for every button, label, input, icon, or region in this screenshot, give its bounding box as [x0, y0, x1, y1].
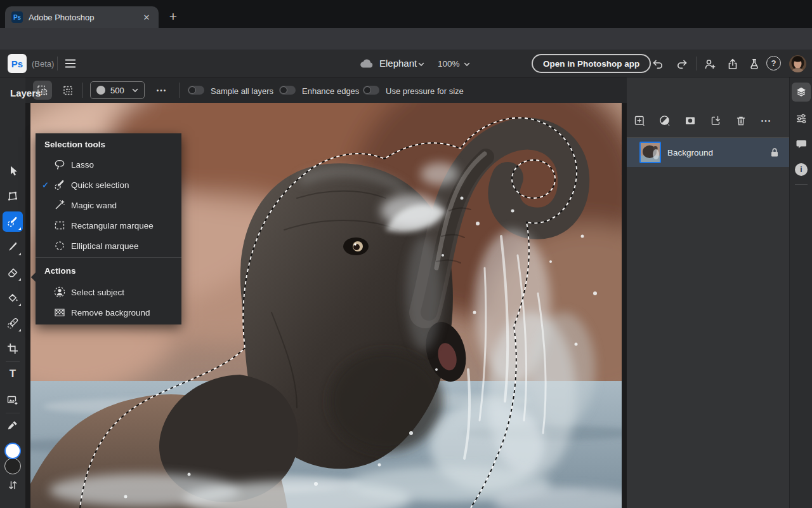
- invite-people-icon[interactable]: [702, 56, 718, 72]
- layer-mask-icon[interactable]: [681, 112, 699, 130]
- zoom-level[interactable]: 100%: [438, 59, 460, 69]
- flyout-action-remove-background[interactable]: Remove background: [36, 302, 181, 323]
- tab-close-icon[interactable]: ✕: [141, 11, 152, 23]
- divider: [57, 57, 58, 70]
- options-bar: 500 ••• Sample all layers Enhance edges …: [25, 77, 627, 103]
- photoshop-logo: Ps: [8, 54, 27, 73]
- layers-rail-icon[interactable]: [792, 83, 811, 102]
- lock-icon[interactable]: [770, 147, 779, 157]
- layer-row-background[interactable]: Background: [627, 138, 789, 167]
- layer-name: Background: [667, 148, 770, 157]
- divider: [795, 184, 808, 185]
- fill-tool[interactable]: [3, 288, 23, 308]
- help-icon[interactable]: ?: [766, 56, 781, 70]
- flyout-item-elliptical-marquee[interactable]: Elliptical marquee: [36, 236, 181, 256]
- transform-tool[interactable]: [3, 186, 23, 206]
- eyedropper-tool[interactable]: [3, 415, 23, 436]
- new-tab-button[interactable]: +: [164, 7, 183, 26]
- browser-tab[interactable]: Ps Adobe Photoshop ✕: [5, 6, 159, 28]
- screen: Ps Adobe Photoshop ✕ + https://photoshop…: [0, 0, 812, 508]
- quick-selection-icon: [53, 178, 66, 191]
- spot-healing-tool[interactable]: [3, 313, 23, 333]
- flyout-indicator: [18, 253, 21, 255]
- remove-background-icon: [53, 306, 66, 319]
- brush-tool[interactable]: [3, 237, 23, 257]
- tab-title: Adobe Photoshop: [29, 13, 135, 22]
- toggle-knob: [188, 86, 196, 94]
- import-layer-icon[interactable]: [707, 112, 724, 130]
- chevron-down-icon: [132, 88, 138, 93]
- foreground-color-swatch[interactable]: [4, 443, 21, 459]
- actions-title: Actions: [44, 266, 76, 276]
- brush-size-control[interactable]: 500: [90, 81, 145, 99]
- move-tool[interactable]: [3, 161, 23, 181]
- info-rail-icon[interactable]: i: [792, 160, 811, 179]
- toggle-knob: [280, 86, 287, 94]
- share-icon[interactable]: [724, 56, 741, 72]
- document-name[interactable]: Elephant: [379, 58, 417, 69]
- brush-size-value: 500: [110, 86, 127, 95]
- chevron-down-icon[interactable]: [463, 62, 471, 67]
- selection-mode-subtract-icon[interactable]: [58, 81, 77, 100]
- cloud-icon: [359, 57, 374, 70]
- flyout-action-label: Remove background: [71, 308, 150, 318]
- undo-icon[interactable]: [650, 56, 666, 72]
- hamburger-menu-icon[interactable]: [63, 57, 77, 70]
- delete-layer-icon[interactable]: [732, 112, 750, 130]
- layers-panel-title: Layers: [10, 88, 41, 98]
- flyout-action-select-subject[interactable]: Select subject: [36, 282, 181, 302]
- right-rail: i: [789, 77, 812, 508]
- add-image-tool[interactable]: [3, 390, 23, 410]
- adjustments-rail-icon[interactable]: [792, 109, 811, 128]
- eraser-tool[interactable]: [3, 262, 23, 283]
- sample-all-layers-toggle[interactable]: [188, 86, 204, 95]
- adjustment-icon[interactable]: [656, 112, 674, 130]
- swap-colors-icon[interactable]: [3, 477, 23, 493]
- enhance-edges-label: Enhance edges: [302, 86, 359, 96]
- rectangular-marquee-icon: [53, 219, 66, 232]
- chevron-down-icon[interactable]: [417, 62, 425, 67]
- background-color-swatch[interactable]: [4, 458, 21, 474]
- flyout-item-lasso[interactable]: Lasso: [36, 154, 181, 175]
- more-options-icon[interactable]: •••: [152, 81, 171, 100]
- use-pressure-label: Use pressure for size: [386, 86, 464, 96]
- comments-rail-icon[interactable]: [792, 135, 811, 154]
- flyout-item-quick-selection[interactable]: ✓ Quick selection: [36, 175, 181, 195]
- flyout-item-label: Lasso: [71, 160, 94, 170]
- select-subject-icon: [53, 286, 66, 298]
- flyout-item-label: Quick selection: [71, 180, 129, 190]
- flyout-title: Selection tools: [44, 140, 105, 149]
- open-in-photoshop-app-button[interactable]: Open in Photoshop app: [532, 54, 651, 73]
- toggle-knob: [363, 86, 371, 94]
- add-layer-icon[interactable]: [631, 112, 648, 130]
- divider: [36, 257, 181, 258]
- check-icon: ✓: [42, 180, 51, 190]
- elliptical-marquee-icon: [53, 239, 66, 252]
- flyout-item-magic-wand[interactable]: Magic wand: [36, 195, 181, 215]
- beaker-icon[interactable]: [746, 56, 763, 72]
- layers-more-options-icon[interactable]: •••: [757, 112, 775, 130]
- flyout-item-rectangular-marquee[interactable]: Rectangular marquee: [36, 215, 181, 236]
- flyout-indicator: [18, 329, 21, 331]
- flyout-item-label: Magic wand: [71, 201, 117, 210]
- lasso-icon: [53, 158, 66, 171]
- flyout-item-label: Elliptical marquee: [71, 241, 139, 251]
- divider: [6, 361, 20, 362]
- browser-tab-strip: Ps Adobe Photoshop ✕ +: [0, 0, 812, 28]
- quick-selection-tool[interactable]: [3, 211, 23, 232]
- enhance-edges-toggle[interactable]: [279, 86, 296, 95]
- browser-toolbar: https://photoshop.adobe.com ⋮: [0, 28, 812, 50]
- crop-tool[interactable]: [3, 338, 23, 359]
- divider: [6, 413, 20, 413]
- beta-label: (Beta): [32, 59, 54, 69]
- layer-thumbnail[interactable]: [639, 142, 661, 163]
- photoshop-favicon: Ps: [11, 11, 23, 23]
- divider: [696, 57, 697, 70]
- type-tool[interactable]: T: [3, 364, 23, 384]
- flyout-indicator: [18, 227, 21, 230]
- redo-icon[interactable]: [674, 56, 690, 72]
- flyout-action-label: Select subject: [71, 288, 124, 297]
- use-pressure-toggle[interactable]: [363, 86, 379, 95]
- divider: [82, 83, 83, 98]
- avatar[interactable]: [789, 55, 806, 72]
